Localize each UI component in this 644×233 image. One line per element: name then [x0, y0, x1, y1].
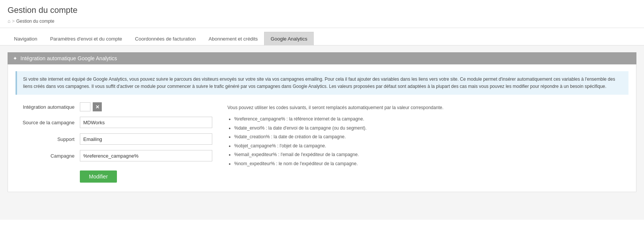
page-title: Gestion du compte: [8, 5, 636, 15]
help-intro: Vous pouvez utiliser les codes suivants,…: [227, 104, 628, 112]
tab-analytics[interactable]: Google Analytics: [264, 32, 314, 45]
page-header: Gestion du compte ⌂ > Gestion du compte: [0, 0, 644, 28]
submit-row: Modifier: [16, 170, 212, 183]
form-row-source: Source de la campagne: [16, 117, 212, 128]
label-campagne: Campagne: [16, 153, 80, 159]
breadcrumb: ⌂ > Gestion du compte: [8, 18, 636, 24]
form-row-support: Support: [16, 133, 212, 145]
info-box: Si votre site internet est équipé de Goo…: [16, 71, 628, 95]
breadcrumb-separator: >: [12, 19, 15, 24]
help-list: %reference_campagne% : la référence inte…: [227, 115, 628, 168]
page-wrapper: Gestion du compte ⌂ > Gestion du compte …: [0, 0, 644, 233]
form-help: Vous pouvez utiliser les codes suivants,…: [227, 102, 628, 183]
help-item-3: %objet_campagne% : l'objet de la campagn…: [234, 142, 628, 150]
label-integration: Intégration automatique: [16, 104, 80, 110]
help-item-0: %reference_campagne% : la référence inte…: [234, 115, 628, 124]
input-campagne[interactable]: [80, 150, 212, 161]
submit-button[interactable]: Modifier: [80, 170, 117, 183]
section-title: Intégration automatique Google Analytics: [20, 55, 117, 61]
input-source[interactable]: [80, 117, 212, 128]
form-row-integration: Intégration automatique ✕: [16, 102, 212, 111]
gear-icon: ✦: [13, 55, 17, 61]
main-content: ✦ Intégration automatique Google Analyti…: [0, 45, 644, 220]
toggle-area: ✕: [80, 102, 102, 111]
section-header: ✦ Intégration automatique Google Analyti…: [8, 52, 636, 64]
tab-params[interactable]: Paramètres d'envoi et du compte: [44, 32, 128, 45]
input-support[interactable]: [80, 133, 212, 145]
label-support: Support: [16, 136, 80, 142]
toggle-clear-button[interactable]: ✕: [93, 102, 102, 111]
toggle-checkbox[interactable]: [80, 102, 90, 111]
label-source: Source de la campagne: [16, 120, 80, 125]
form-area: Intégration automatique ✕ Source de la c…: [16, 102, 628, 183]
tabs-bar: Navigation Paramètres d'envoi et du comp…: [0, 32, 644, 45]
info-text: Si votre site internet est équipé de Goo…: [23, 77, 615, 89]
help-item-2: %date_creation% : la date de création de…: [234, 133, 628, 141]
tab-navigation[interactable]: Navigation: [8, 32, 44, 45]
form-row-campagne: Campagne: [16, 150, 212, 161]
home-icon: ⌂: [8, 18, 11, 24]
help-item-4: %email_expediteur% : l'email de l'expédi…: [234, 151, 628, 159]
form-fields: Intégration automatique ✕ Source de la c…: [16, 102, 212, 183]
help-item-5: %nom_expediteur% : le nom de l'expéditeu…: [234, 160, 628, 168]
tab-subscription[interactable]: Abonnement et crédits: [202, 32, 264, 45]
section-body: Si votre site internet est équipé de Goo…: [8, 64, 636, 192]
help-item-1: %date_envoi% : la date d'envoi de la cam…: [234, 124, 628, 133]
breadcrumb-item: Gestion du compte: [16, 19, 54, 24]
tab-billing[interactable]: Coordonnées de facturation: [129, 32, 202, 45]
